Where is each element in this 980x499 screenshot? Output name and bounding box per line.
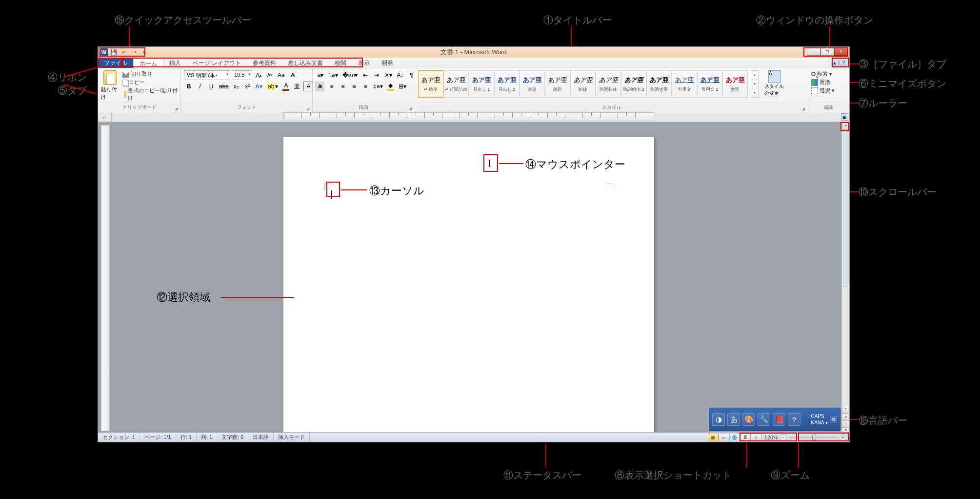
qat-save-button[interactable]: 💾 [109, 48, 118, 56]
prev-page-button[interactable]: ▴ [842, 414, 849, 420]
superscript-button[interactable]: x² [242, 82, 252, 91]
style-item-10[interactable]: あア亜引用文 [672, 70, 697, 98]
find-button[interactable]: 検索 ▾ [811, 70, 835, 78]
style-item-9[interactable]: あア亜強調太字 [646, 70, 672, 98]
ime-help-button[interactable]: ? [788, 413, 800, 426]
clipboard-launcher[interactable]: ◢ [175, 106, 178, 111]
vertical-ruler[interactable] [101, 125, 110, 431]
paragraph-launcher[interactable]: ◢ [409, 106, 412, 111]
view-web-layout[interactable]: 🌐 [729, 434, 740, 441]
styles-scroll-up[interactable]: ▴ [751, 71, 758, 80]
increase-indent-button[interactable]: ⇥ [372, 70, 381, 80]
qat-redo-button[interactable]: ↷ [130, 48, 139, 56]
text-effects-button[interactable]: A▾ [254, 82, 264, 91]
style-item-1[interactable]: あア亜↵ 行間詰め [443, 70, 469, 98]
font-color-button[interactable]: A [281, 82, 291, 91]
font-name-combo[interactable]: MS 明朝 (本･ [184, 70, 230, 80]
ime-kana-indicator[interactable]: KANA ▾ [811, 420, 828, 425]
align-right-button[interactable]: ≡ [338, 82, 348, 91]
qat-undo-button[interactable]: ↶ [120, 48, 128, 56]
cut-button[interactable]: 切り取り [122, 70, 178, 78]
style-item-4[interactable]: あア亜表題 [520, 70, 545, 98]
status-insert-mode[interactable]: 挿入モード [274, 433, 310, 442]
document-page[interactable] [283, 137, 654, 434]
asian-layout-x-button[interactable]: ✕▾ [383, 70, 394, 80]
scroll-thumb[interactable] [843, 131, 848, 287]
style-item-8[interactable]: あア亜強調斜体 2 [621, 70, 646, 98]
status-page[interactable]: ページ: 1/1 [140, 433, 176, 442]
close-button[interactable]: × [834, 47, 848, 56]
align-center-button[interactable]: ≡ [327, 82, 337, 91]
tab-references[interactable]: 参考資料 [247, 58, 282, 68]
view-print-layout[interactable]: ▦ [708, 434, 719, 441]
grow-font-button[interactable]: A▴ [254, 70, 263, 80]
styles-scroll-down[interactable]: ▾ [751, 80, 758, 88]
select-button[interactable]: 選択 ▾ [811, 87, 835, 94]
ime-dict-button[interactable]: 📕 [773, 413, 785, 426]
char-border-button[interactable]: A [303, 82, 313, 91]
tab-mailings[interactable]: 差し込み文書 [282, 58, 329, 68]
status-line[interactable]: 行: 1 [176, 433, 197, 442]
zoom-slider[interactable] [789, 437, 838, 438]
change-styles-button[interactable]: A スタイルの変更 [764, 70, 785, 97]
distribute-button[interactable]: ≡ [360, 82, 370, 91]
scroll-down-button[interactable]: ▾ [842, 406, 849, 414]
word-app-icon[interactable]: W [100, 48, 108, 56]
style-item-6[interactable]: あア亜斜体 [570, 70, 596, 98]
underline-button[interactable]: U [206, 82, 216, 91]
align-left-button[interactable]: ≡ [316, 82, 325, 91]
styles-launcher[interactable]: ◢ [802, 106, 805, 111]
tab-review[interactable]: 校閲 [329, 58, 352, 68]
tab-selector[interactable]: ⌐ [98, 112, 112, 122]
style-item-11[interactable]: あア亜引用文 2 [697, 70, 722, 98]
zoom-out-button[interactable]: − [780, 434, 787, 441]
decrease-indent-button[interactable]: ⇤ [360, 70, 370, 80]
clear-formatting-button[interactable]: A̶ [288, 70, 298, 80]
style-item-12[interactable]: あア亜参照 [722, 70, 748, 98]
view-outline[interactable]: ≣ [740, 434, 751, 441]
copy-button[interactable]: コピー [122, 79, 178, 86]
ime-input-mode-icon[interactable]: ◑ [712, 413, 725, 426]
status-language[interactable]: 日本語 [248, 433, 274, 442]
style-item-5[interactable]: あア亜副題 [545, 70, 570, 98]
tab-home[interactable]: ホーム [133, 58, 163, 68]
ime-restore-button[interactable]: ⧉ [830, 416, 837, 423]
justify-button[interactable]: ≡ [349, 82, 359, 91]
highlight-button[interactable]: ab▾ [265, 82, 280, 91]
sort-button[interactable]: A↓ [395, 70, 405, 80]
strikethrough-button[interactable]: abc [218, 82, 230, 91]
maximize-button[interactable]: □ [820, 47, 834, 56]
status-words[interactable]: 文字数: 0 [217, 433, 248, 442]
style-item-0[interactable]: あア亜↵ 標準 [418, 70, 443, 98]
replace-button[interactable]: 置換 [811, 79, 835, 86]
ime-mode-button[interactable]: あ [727, 413, 740, 426]
format-painter-button[interactable]: 書式のコピー/貼り付け [122, 87, 178, 102]
styles-expand[interactable]: ▾ [751, 88, 758, 97]
multilevel-list-button[interactable]: �ил▾ [341, 70, 360, 80]
ime-caps-indicator[interactable]: CAPS [811, 414, 828, 419]
style-item-3[interactable]: あア亜見出し 2 [494, 70, 520, 98]
ruler-toggle-button[interactable]: ▣ [841, 113, 848, 121]
status-section[interactable]: セクション: 1 [98, 433, 140, 442]
tab-developer[interactable]: 開発 [376, 58, 399, 68]
italic-button[interactable]: I [195, 82, 205, 91]
minimize-button[interactable]: – [807, 47, 820, 56]
qat-customize-button[interactable]: ▾ [140, 48, 149, 56]
style-item-2[interactable]: あア亜見出し 1 [469, 70, 494, 98]
view-draft[interactable]: ≡ [751, 434, 761, 441]
browse-object-button[interactable]: ○ [842, 420, 849, 427]
bullets-button[interactable]: ≡▾ [316, 70, 325, 80]
horizontal-ruler[interactable] [283, 112, 654, 121]
font-size-combo[interactable]: 10.5 [232, 70, 252, 80]
minimize-ribbon-button[interactable]: ▴ [831, 59, 839, 66]
ime-pad-button[interactable]: 🔧 [758, 413, 770, 426]
tab-page-layout[interactable]: ページ レイアウト [187, 58, 247, 68]
font-launcher[interactable]: ◢ [306, 106, 309, 111]
shrink-font-button[interactable]: A▾ [265, 70, 275, 80]
zoom-percent[interactable]: 120% [764, 435, 778, 440]
phonetic-guide-button[interactable]: 亜 [292, 82, 302, 91]
status-col[interactable]: 列: 1 [197, 433, 217, 442]
ime-language-bar[interactable]: ◑ あ 🎨 🔧 📕 ? CAPS KANA ▾ ⧉ [709, 408, 840, 431]
tab-view[interactable]: 表示 [352, 58, 376, 68]
style-item-7[interactable]: あア亜強調斜体 [596, 70, 621, 98]
